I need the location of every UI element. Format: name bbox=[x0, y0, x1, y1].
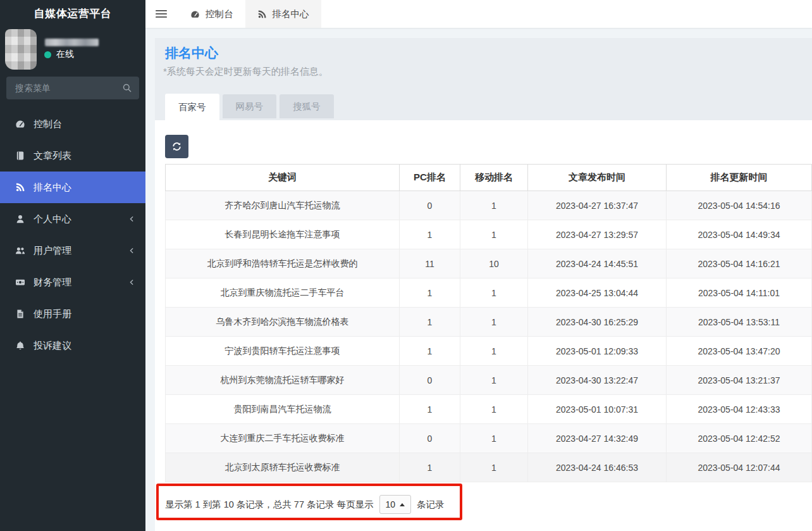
username-blurred bbox=[45, 39, 99, 46]
table-row: 长春到昆明长途拖车注意事项112023-04-27 13:29:572023-0… bbox=[166, 220, 812, 249]
sidebar-menu: 控制台文章列表排名中心个人中心用户管理财务管理使用手册投诉建议 bbox=[0, 108, 145, 361]
table-cell: 2023-04-30 13:22:47 bbox=[528, 366, 667, 395]
avatar bbox=[5, 29, 37, 70]
pagination: 显示第 1 到第 10 条记录，总共 77 条记录 每页显示 10 条记录 bbox=[165, 495, 445, 514]
table-header-row: 关键词PC排名移动排名文章发布时间排名更新时间 bbox=[166, 165, 812, 191]
table-row: 北京到重庆物流托运二手车平台112023-04-25 13:04:442023-… bbox=[166, 278, 812, 308]
table-cell: 2023-05-04 12:07:44 bbox=[667, 453, 812, 482]
chevron-left-icon bbox=[128, 215, 135, 223]
rss-icon bbox=[15, 182, 25, 192]
table-cell: 2023-04-25 13:04:44 bbox=[528, 278, 667, 308]
table-cell: 0 bbox=[400, 366, 460, 395]
table-cell: 长春到昆明长途拖车注意事项 bbox=[166, 220, 400, 249]
column-header: 排名更新时间 bbox=[667, 165, 812, 191]
page-subtitle: *系统每天会定时更新每天的排名信息。 bbox=[163, 66, 328, 78]
sidebar-item-1[interactable]: 文章列表 bbox=[0, 140, 145, 172]
table-cell: 2023-04-24 16:46:53 bbox=[528, 453, 667, 482]
hamburger-icon[interactable] bbox=[156, 9, 167, 18]
user-panel: 在线 bbox=[0, 28, 145, 77]
search-icon[interactable] bbox=[122, 83, 132, 93]
table-cell: 2023-05-04 14:49:34 bbox=[667, 220, 812, 249]
platform-tab-1[interactable]: 网易号 bbox=[223, 94, 277, 118]
table-cell: 2023-05-04 14:54:16 bbox=[667, 191, 812, 220]
column-header: 移动排名 bbox=[460, 165, 528, 191]
platform-tab-label: 网易号 bbox=[236, 101, 264, 113]
table-cell: 2023-05-01 10:07:31 bbox=[528, 395, 667, 424]
table-cell: 1 bbox=[460, 308, 528, 337]
sidebar-item-label: 用户管理 bbox=[34, 245, 71, 257]
chevron-left-icon bbox=[128, 247, 135, 254]
platform-tabs: 百家号网易号搜狐号 bbox=[165, 94, 334, 120]
sidebar-item-5[interactable]: 财务管理 bbox=[0, 266, 145, 298]
content-card: 关键词PC排名移动排名文章发布时间排名更新时间 齐齐哈尔到唐山汽车托运物流012… bbox=[155, 120, 812, 531]
caret-up-icon bbox=[400, 503, 405, 506]
table-cell: 2023-04-27 16:37:47 bbox=[528, 191, 667, 220]
table-row: 齐齐哈尔到唐山汽车托运物流012023-04-27 16:37:472023-0… bbox=[166, 191, 812, 220]
table-cell: 宁波到贵阳轿车托运注意事项 bbox=[166, 337, 400, 366]
table-cell: 大连到重庆二手车托运收费标准 bbox=[166, 424, 400, 453]
ranking-table: 关键词PC排名移动排名文章发布时间排名更新时间 齐齐哈尔到唐山汽车托运物流012… bbox=[165, 164, 812, 482]
sidebar-item-6[interactable]: 使用手册 bbox=[0, 298, 145, 330]
page-size-dropdown[interactable]: 10 bbox=[379, 495, 412, 514]
table-cell: 2023-05-01 12:09:33 bbox=[528, 337, 667, 366]
platform-tab-2[interactable]: 搜狐号 bbox=[280, 94, 334, 118]
sidebar-item-label: 使用手册 bbox=[34, 308, 71, 320]
table-cell: 乌鲁木齐到哈尔滨拖车物流价格表 bbox=[166, 308, 400, 337]
table-cell: 1 bbox=[460, 424, 528, 453]
table-cell: 北京到重庆物流托运二手车平台 bbox=[166, 278, 400, 308]
table-row: 北京到太原轿车托运收费标准112023-04-24 16:46:532023-0… bbox=[166, 453, 812, 482]
gauge-icon bbox=[190, 9, 200, 19]
sidebar-item-label: 财务管理 bbox=[34, 277, 71, 289]
refresh-button[interactable] bbox=[165, 135, 188, 158]
money-icon bbox=[15, 277, 25, 287]
online-dot-icon bbox=[44, 51, 51, 58]
table-cell: 2023-04-24 14:45:51 bbox=[528, 249, 667, 278]
column-header: 关键词 bbox=[166, 165, 400, 191]
sidebar-item-label: 投诉建议 bbox=[34, 340, 71, 352]
table-cell: 2023-05-04 13:53:11 bbox=[667, 308, 812, 337]
table-cell: 1 bbox=[400, 395, 460, 424]
table-cell: 2023-05-04 14:11:01 bbox=[667, 278, 812, 308]
table-row: 乌鲁木齐到哈尔滨拖车物流价格表112023-04-30 16:25:292023… bbox=[166, 308, 812, 337]
online-status: 在线 bbox=[44, 49, 74, 60]
sidebar-item-3[interactable]: 个人中心 bbox=[0, 203, 145, 235]
rss-icon bbox=[257, 9, 267, 19]
table-row: 贵阳到南昌汽车托运物流112023-05-01 10:07:312023-05-… bbox=[166, 395, 812, 424]
table-cell: 贵阳到南昌汽车托运物流 bbox=[166, 395, 400, 424]
table-cell: 10 bbox=[460, 249, 528, 278]
sidebar-item-label: 控制台 bbox=[34, 118, 62, 130]
table-cell: 1 bbox=[400, 220, 460, 249]
table-cell: 11 bbox=[400, 249, 460, 278]
online-status-label: 在线 bbox=[56, 49, 74, 60]
column-header: 文章发布时间 bbox=[528, 165, 667, 191]
table-cell: 2023-05-04 14:16:21 bbox=[667, 249, 812, 278]
table-cell: 1 bbox=[460, 395, 528, 424]
sidebar-item-2[interactable]: 排名中心 bbox=[0, 172, 145, 203]
table-cell: 1 bbox=[460, 278, 528, 308]
sidebar-item-0[interactable]: 控制台 bbox=[0, 108, 145, 140]
sidebar-item-label: 个人中心 bbox=[34, 213, 71, 225]
table-cell: 1 bbox=[460, 337, 528, 366]
sidebar-item-label: 文章列表 bbox=[34, 150, 71, 162]
refresh-icon bbox=[172, 142, 181, 151]
page-title: 排名中心 bbox=[165, 44, 218, 62]
sidebar-search bbox=[6, 77, 139, 99]
table-cell: 北京到呼和浩特轿车托运是怎样收费的 bbox=[166, 249, 400, 278]
topbar-tab-0[interactable]: 控制台 bbox=[178, 0, 245, 28]
topbar: 控制台排名中心 bbox=[145, 0, 812, 28]
page-size-value: 10 bbox=[386, 499, 396, 509]
platform-tab-0[interactable]: 百家号 bbox=[165, 94, 219, 120]
sidebar-item-4[interactable]: 用户管理 bbox=[0, 235, 145, 266]
table-cell: 2023-05-04 12:43:33 bbox=[667, 395, 812, 424]
table-cell: 1 bbox=[460, 453, 528, 482]
sidebar-item-7[interactable]: 投诉建议 bbox=[0, 330, 145, 361]
sidebar-item-label: 排名中心 bbox=[34, 182, 71, 194]
search-input[interactable] bbox=[6, 77, 139, 99]
column-header: PC排名 bbox=[400, 165, 460, 191]
gauge-icon bbox=[15, 119, 25, 129]
topbar-tab-1[interactable]: 排名中心 bbox=[245, 0, 321, 28]
table-cell: 2023-05-04 13:47:20 bbox=[667, 337, 812, 366]
table-cell: 1 bbox=[400, 278, 460, 308]
table-cell: 1 bbox=[460, 366, 528, 395]
table-row: 宁波到贵阳轿车托运注意事项112023-05-01 12:09:332023-0… bbox=[166, 337, 812, 366]
